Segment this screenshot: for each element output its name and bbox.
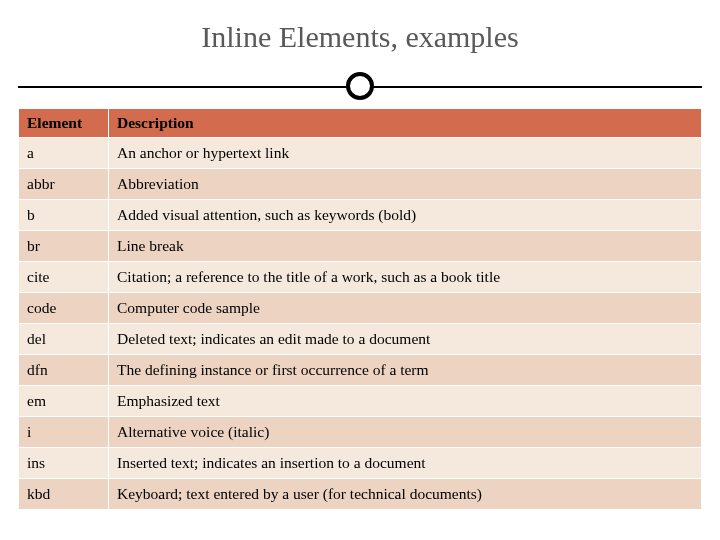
cell-element: em	[19, 386, 109, 417]
cell-element: b	[19, 200, 109, 231]
table-row: kbd Keyboard; text entered by a user (fo…	[19, 479, 702, 510]
table-row: code Computer code sample	[19, 293, 702, 324]
cell-description: Abbreviation	[109, 169, 702, 200]
table-row: br Line break	[19, 231, 702, 262]
table-row: del Deleted text; indicates an edit made…	[19, 324, 702, 355]
cell-element: del	[19, 324, 109, 355]
cell-element: dfn	[19, 355, 109, 386]
divider	[18, 72, 702, 100]
table-row: b Added visual attention, such as keywor…	[19, 200, 702, 231]
table-row: i Alternative voice (italic)	[19, 417, 702, 448]
cell-element: abbr	[19, 169, 109, 200]
header-description: Description	[109, 109, 702, 138]
cell-element: cite	[19, 262, 109, 293]
table-row: ins Inserted text; indicates an insertio…	[19, 448, 702, 479]
table-row: cite Citation; a reference to the title …	[19, 262, 702, 293]
cell-description: The defining instance or first occurrenc…	[109, 355, 702, 386]
cell-description: Added visual attention, such as keywords…	[109, 200, 702, 231]
table-row: a An anchor or hypertext link	[19, 138, 702, 169]
cell-description: Computer code sample	[109, 293, 702, 324]
table-row: dfn The defining instance or first occur…	[19, 355, 702, 386]
table-row: em Emphasized text	[19, 386, 702, 417]
cell-description: Keyboard; text entered by a user (for te…	[109, 479, 702, 510]
cell-description: Alternative voice (italic)	[109, 417, 702, 448]
elements-table: Element Description a An anchor or hyper…	[18, 108, 702, 510]
cell-description: An anchor or hypertext link	[109, 138, 702, 169]
page-title: Inline Elements, examples	[18, 20, 702, 54]
divider-circle-icon	[346, 72, 374, 100]
cell-element: br	[19, 231, 109, 262]
cell-description: Line break	[109, 231, 702, 262]
table-header-row: Element Description	[19, 109, 702, 138]
slide: Inline Elements, examples Element Descri…	[0, 0, 720, 540]
cell-description: Inserted text; indicates an insertion to…	[109, 448, 702, 479]
cell-element: ins	[19, 448, 109, 479]
cell-description: Deleted text; indicates an edit made to …	[109, 324, 702, 355]
cell-description: Emphasized text	[109, 386, 702, 417]
header-element: Element	[19, 109, 109, 138]
cell-element: kbd	[19, 479, 109, 510]
table-row: abbr Abbreviation	[19, 169, 702, 200]
cell-element: a	[19, 138, 109, 169]
cell-element: code	[19, 293, 109, 324]
cell-element: i	[19, 417, 109, 448]
cell-description: Citation; a reference to the title of a …	[109, 262, 702, 293]
